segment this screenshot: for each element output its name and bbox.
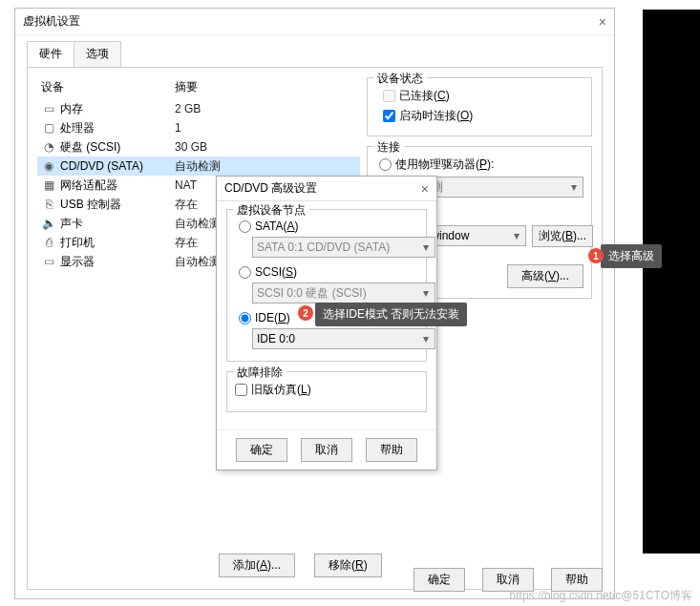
device-name: 打印机 (60, 235, 175, 251)
device-list-header: 设备 摘要 (37, 77, 360, 97)
connection-legend: 连接 (373, 139, 404, 156)
add-button[interactable]: 添加(A)... (219, 554, 295, 577)
device-status-group: 设备状态 已连接(C) 启动时连接(O) (367, 77, 592, 136)
device-name: CD/DVD (SATA) (60, 159, 175, 173)
titlebar: 虚拟机设置 × (15, 9, 614, 35)
device-icon: ▢ (41, 121, 56, 135)
annotation-2: 选择IDE模式 否则无法安装 (315, 303, 467, 326)
device-icon: ◉ (41, 159, 56, 173)
tab-bar: 硬件 选项 (15, 35, 614, 67)
header-summary: 摘要 (175, 79, 198, 95)
ok-button[interactable]: 确定 (414, 568, 465, 592)
close-icon[interactable]: × (599, 14, 606, 30)
device-icon: 🔈 (41, 217, 56, 230)
scsi-select: SCSI 0:0 硬盘 (SCSI) (252, 282, 435, 303)
device-summary: 30 GB (175, 140, 207, 154)
device-icon: ◔ (41, 140, 56, 154)
sub-titlebar: CD/DVD 高级设置 × (217, 177, 436, 201)
virtual-node-group: 虚拟设备节点 SATA(A) SATA 0:1 CD/DVD (SATA) SC… (226, 209, 427, 362)
device-name: USB 控制器 (60, 197, 175, 213)
device-summary: 自动检测 (175, 254, 221, 270)
device-summary: 存在 (175, 197, 198, 213)
device-icon: ▭ (41, 255, 56, 268)
connected-checkbox[interactable]: 已连接(C) (383, 88, 583, 104)
background-panel (643, 10, 700, 554)
device-summary: 2 GB (175, 102, 201, 115)
connect-on-start-input[interactable] (383, 110, 395, 122)
device-row-0[interactable]: ▭内存2 GB (37, 99, 360, 118)
connected-input (383, 90, 395, 102)
tab-hardware[interactable]: 硬件 (27, 41, 74, 67)
device-buttons: 添加(A)... 移除(R) (219, 554, 382, 577)
device-name: 声卡 (60, 216, 175, 232)
device-icon: ⎘ (41, 198, 56, 211)
device-name: 网络适配器 (60, 178, 175, 194)
device-icon: ⎙ (41, 236, 56, 249)
sub-cancel-button[interactable]: 取消 (301, 438, 352, 462)
device-summary: 自动检测 (175, 158, 221, 175)
device-summary: 存在 (175, 235, 198, 251)
sub-footer: 确定 取消 帮助 (217, 429, 436, 470)
header-device: 设备 (41, 79, 175, 95)
device-icon: ▭ (41, 102, 56, 115)
annotation-1: 选择高级 (601, 244, 662, 268)
troubleshoot-group: 故障排除 旧版仿真(L) (226, 371, 427, 412)
sub-title-text: CD/DVD 高级设置 (224, 180, 317, 197)
connect-on-start-checkbox[interactable]: 启动时连接(O) (383, 108, 583, 124)
sub-close-icon[interactable]: × (421, 181, 429, 197)
sub-ok-button[interactable]: 确定 (236, 438, 287, 462)
browse-button[interactable]: 浏览(B)... (532, 225, 593, 247)
device-row-1[interactable]: ▢处理器1 (37, 118, 360, 137)
device-summary: NAT (175, 178, 197, 192)
use-physical-radio[interactable]: 使用物理驱动器(P): (379, 157, 583, 173)
watermark: https://blog.csdn.net/c@51CTO博客 (510, 588, 692, 604)
tab-options[interactable]: 选项 (74, 41, 121, 67)
advanced-button[interactable]: 高级(V)... (507, 264, 583, 288)
sata-select: SATA 0:1 CD/DVD (SATA) (252, 237, 435, 258)
device-summary: 自动检测 (175, 216, 221, 232)
ide-select[interactable]: IDE 0:0 (252, 328, 435, 349)
device-name: 处理器 (60, 120, 175, 136)
legacy-checkbox[interactable]: 旧版仿真(L) (235, 382, 418, 398)
dialog-title: 虚拟机设置 (23, 13, 80, 30)
status-legend: 设备状态 (373, 71, 427, 87)
sub-help-button[interactable]: 帮助 (366, 438, 417, 462)
sata-radio[interactable]: SATA(A) (239, 219, 418, 233)
device-name: 硬盘 (SCSI) (60, 139, 175, 156)
annotation-badge-1: 1 (588, 248, 604, 263)
device-row-2[interactable]: ◔硬盘 (SCSI)30 GB (37, 137, 360, 157)
device-name: 显示器 (60, 254, 175, 270)
remove-button[interactable]: 移除(R) (314, 554, 382, 577)
scsi-radio[interactable]: SCSI(S) (239, 265, 418, 279)
annotation-badge-2: 2 (298, 305, 313, 321)
device-icon: ▦ (41, 178, 56, 192)
device-summary: 1 (175, 121, 181, 135)
device-row-3[interactable]: ◉CD/DVD (SATA)自动检测 (37, 157, 360, 176)
device-name: 内存 (60, 101, 175, 117)
